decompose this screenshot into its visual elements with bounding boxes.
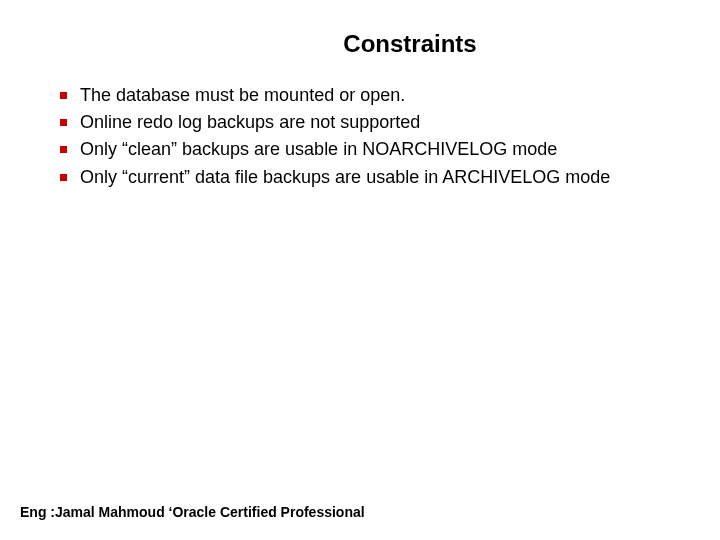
bullet-list: The database must be mounted or open. On… [40, 83, 680, 190]
list-item: Online redo log backups are not supporte… [60, 110, 680, 135]
list-item: Only “clean” backups are usable in NOARC… [60, 137, 680, 162]
slide-title: Constraints [140, 30, 680, 58]
footer-credit: Eng :Jamal Mahmoud ‘Oracle Certified Pro… [20, 504, 365, 520]
list-item: Only “current” data file backups are usa… [60, 165, 680, 190]
list-item: The database must be mounted or open. [60, 83, 680, 108]
slide-container: Constraints The database must be mounted… [0, 0, 720, 540]
